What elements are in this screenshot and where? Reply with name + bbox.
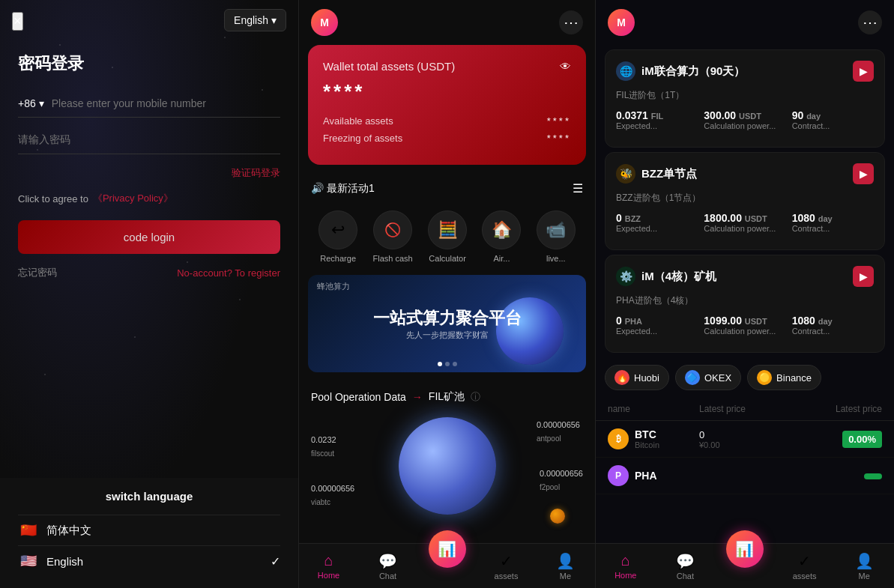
col-latest-price: Latest price [699,404,791,414]
bzz-product-title: BZZ单节点 [641,167,697,181]
im-stat-period: 90 day Contract... [792,109,874,130]
hide-icon[interactable]: 👁 [560,60,571,73]
im-product-arrow-button[interactable]: ▶ [853,61,874,82]
binance-icon: 🟡 [757,370,772,385]
pool-label-f2pool: 0.00000656 f2pool [540,466,583,493]
language-button[interactable]: English ▾ [224,9,286,31]
market-table-header: name Latest price Latest price [596,398,894,421]
wallet-panel: M ⋯ Wallet total assets (USDT) 👁 **** Av… [298,0,596,588]
phone-row: +86 ▾ [18,97,280,118]
air-button[interactable]: 🏠 Air... [482,210,521,263]
country-code[interactable]: +86 ▾ [18,97,44,109]
password-input[interactable] [18,133,280,145]
mining-header: M ⋯ [596,0,894,45]
login-title: 密码登录 [18,52,280,75]
pool-info-icon: ⓘ [471,390,480,404]
im-stat-earnings: 0.0371 FIL Expected... [616,109,698,130]
pha-product-arrow-button[interactable]: ▶ [853,266,874,287]
huobi-icon: 🔥 [614,370,629,385]
huobi-button[interactable]: 🔥 Huobi [605,365,669,390]
privacy-row: Click to agree to 《Privacy Policy》 [18,192,280,205]
register-link[interactable]: No-account? To register [177,267,280,279]
pha-change [864,473,882,479]
huobi-label: Huobi [634,372,659,384]
banner-subtitle: 先人一步把握数字财富 [373,330,522,341]
activity-title: 🔊 最新活动1 [311,182,375,196]
login-button[interactable]: code login [18,220,280,254]
mining-logo: M [608,9,635,36]
flash-cash-icon: 🚫 [373,210,412,249]
btc-icon: ₿ [608,428,629,449]
verify-link[interactable]: 验证码登录 [18,166,280,180]
btc-fullname: Bitcoin [635,440,659,449]
binance-label: Binance [776,372,812,384]
banner-title: 一站式算力聚合平台 [373,307,522,330]
wallet-content: M ⋯ Wallet total assets (USDT) 👁 **** Av… [299,0,595,588]
phone-input[interactable] [52,97,280,109]
language-label: English [234,14,268,26]
im-product-subtitle: FIL进阶包（1T） [616,89,874,102]
btc-price: 0 ¥0.00 [699,429,791,449]
wallet-header: M ⋯ [299,0,595,45]
bzz-product-subtitle: BZZ进阶包（1节点） [616,192,874,204]
pool-fil-label: FIL矿池 [429,390,465,404]
activity-menu-button[interactable]: ☰ [573,181,583,196]
pha-product-stats: 0 PHA Expected... 1099.00 USDT Calculati… [616,315,874,336]
pool-header: Pool Operation Data → FIL矿池 ⓘ [299,384,595,410]
flash-cash-button[interactable]: 🚫 Flash cash [373,210,413,263]
pha-stat-price: 1099.00 USDT Calculation power... [704,315,785,336]
im-stat-price: 300.00 USDT Calculation power... [704,109,785,130]
banner-image[interactable]: 蜂池算力 一站式算力聚合平台 先人一步把握数字财富 [308,275,586,372]
wallet-logo: M [311,9,338,36]
air-icon: 🏠 [482,210,521,249]
recharge-button[interactable]: ↩ Recharge [318,210,357,263]
market-row-pha[interactable]: P PHA [596,458,894,494]
calculator-icon: 🧮 [428,210,467,249]
pool-label-antpool: 0.00000656 antpool [537,417,580,444]
okex-button[interactable]: 🔷 OKEX [675,365,741,390]
bzz-product-icon: 🐝 [616,164,635,184]
calculator-button[interactable]: 🧮 Calculator [428,210,467,263]
bzz-stat-earnings: 0 BZZ Expected... [616,212,698,233]
recharge-icon: ↩ [318,210,357,249]
wallet-available-row: Available assets **** [323,115,571,127]
btc-change: 0.00% [842,431,882,448]
login-panel: × English ▾ 密码登录 +86 ▾ 验证码登录 Click to ag… [0,0,298,588]
privacy-link[interactable]: 《Privacy Policy》 [93,192,173,205]
product-card-bzz: 🐝 BZZ单节点 ▶ BZZ进阶包（1节点） 0 BZZ Expected...… [605,152,885,250]
close-button[interactable]: × [12,12,23,31]
bzz-product-arrow-button[interactable]: ▶ [853,163,874,184]
bzz-stat-period: 1080 day Contract... [792,212,874,233]
banner-bg-label: 蜂池算力 [317,281,350,292]
quick-icons-row: ↩ Recharge 🚫 Flash cash 🧮 Calculator 🏠 A… [299,203,595,275]
okex-label: OKEX [704,372,731,384]
bzz-stat-price: 1800.00 USDT Calculation power... [704,212,785,233]
wallet-frozen-row: Freezing of assets **** [323,133,571,144]
bzz-product-stats: 0 BZZ Expected... 1800.00 USDT Calculati… [616,212,874,233]
pha-stat-period: 1080 day Contract... [792,315,874,336]
pool-globe-chart [399,417,496,515]
mining-more-button[interactable]: ⋯ [858,10,882,34]
col-latest-price-2: Latest price [791,404,882,414]
pool-arrow-icon: → [412,391,423,403]
privacy-prefix: Click to agree to [18,193,88,204]
activity-header: 🔊 最新活动1 ☰ [299,174,595,203]
forgot-password-link[interactable]: 忘记密码 [18,266,57,279]
mining-content: M ⋯ 🌐 iM联合算力（90天） ▶ FIL进阶包（1T） 0.0371 FI… [596,0,894,588]
live-button[interactable]: 📹 live... [537,210,576,263]
chevron-down-icon: ▾ [39,97,44,109]
pool-label-filscout: 0.0232 filscout [311,432,336,459]
live-icon: 📹 [537,210,576,249]
pha-icon: P [608,465,629,486]
wallet-more-button[interactable]: ⋯ [559,10,583,34]
market-row-btc[interactable]: ₿ BTC Bitcoin 0 ¥0.00 0.00% [596,421,894,458]
pha-product-subtitle: PHA进阶包（4核） [616,294,874,307]
binance-button[interactable]: 🟡 Binance [747,365,821,390]
im-product-stats: 0.0371 FIL Expected... 300.00 USDT Calcu… [616,109,874,130]
pha-stat-earnings: 0 PHA Expected... [616,315,698,336]
pha-name: PHA [635,470,657,482]
btc-name: BTC [635,428,659,440]
pool-title: Pool Operation Data [311,391,406,403]
col-name: name [608,404,699,414]
wallet-card-title: Wallet total assets (USDT) 👁 [323,60,571,73]
